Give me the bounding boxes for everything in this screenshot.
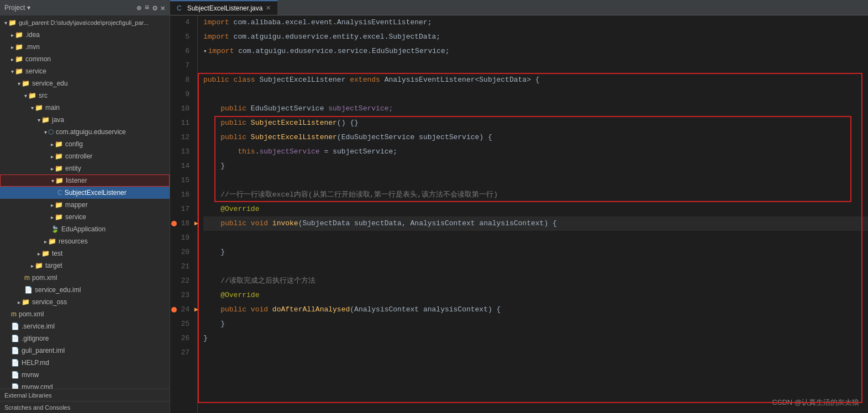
close-sidebar-icon[interactable]: ✕ [161,3,165,13]
tree-item-target[interactable]: ▸ 📁 target [0,260,170,272]
folder-icon: 📁 [15,43,23,51]
tree-label: SubjectExcelListener [65,189,127,197]
locate-icon[interactable]: ⊕ [136,3,141,13]
tree-item-help[interactable]: 📄 HELP.md [0,357,170,369]
settings-icon[interactable]: ⚙ [152,3,157,13]
tree-item-service[interactable]: ▾ 📁 service [0,65,170,77]
tree-label: test [52,250,62,257]
tree-item-idea[interactable]: ▸ 📁 .idea [0,29,170,41]
tree-item-main[interactable]: ▾ 📁 main [0,102,170,114]
md-icon: 📄 [11,359,19,367]
tree-label: src [39,92,48,99]
tree-item-service-iml[interactable]: 📄 .service.iml [0,320,170,332]
tree-item-pom-edu[interactable]: m pom.xml [0,272,170,284]
folder-icon: 📁 [22,80,30,87]
code-token: , [402,216,411,231]
line-num-14: 14 [170,159,193,173]
tree-label: EduApplication [61,225,106,233]
code-token: ( [337,130,341,145]
code-line-12: public SubjectExcelListener(EduSubjectSe… [203,130,868,145]
tab-subject-excel-listener[interactable]: C SubjectExcelListener.java ✕ [170,1,278,15]
tree-item-subject-excel-listener[interactable]: C SubjectExcelListener [0,187,170,199]
line-num-23: 23 [170,288,193,303]
code-line-26: } [203,331,868,346]
project-title[interactable]: Project ▾ [4,4,30,12]
arrow-icon: ▾ [44,129,47,135]
sidebar: Project ▾ ⊕ ≡ ⚙ ✕ ▾ 📁 guli_parent D:\stu… [0,0,170,413]
tree-item-controller[interactable]: ▸ 📁 controller [0,150,170,162]
scratches-consoles-item[interactable]: Scratches and Consoles [0,401,75,413]
tree-item-resources[interactable]: ▸ 📁 resources [0,235,170,247]
tree-item-mvnw-cmd[interactable]: 📄 mvnw.cmd [0,381,170,389]
debug-breakpoint-24[interactable] [171,307,177,313]
folder-icon: 📁 [48,237,56,245]
tree-label: config [65,140,83,148]
tree-item-src[interactable]: ▾ 📁 src [0,89,170,102]
code-token: EduSubjectService [341,130,419,145]
tree-item-guli-parent-iml[interactable]: 📄 guli_parent.iml [0,345,170,357]
scratches-consoles-label: Scratches and Consoles [4,404,70,411]
tab-close-button[interactable]: ✕ [266,4,271,12]
code-token: () {} [337,116,359,130]
code-token: class [234,73,260,87]
external-libraries-item[interactable]: External Libraries [0,389,56,401]
line-num-12: 12 [170,130,193,145]
xml-icon: m [24,274,30,282]
code-token: void [251,216,272,231]
code-token: < [475,73,480,87]
collapse-icon[interactable]: ≡ [145,3,149,12]
code-token: SubjectExcelListener [251,130,337,145]
tree-label: com.atguigu.eduservice [56,128,126,136]
fold-icon: ▾ [203,44,207,59]
code-token: AnalysisContext [354,303,423,317]
xml-icon: m [11,310,17,318]
tree-item-mapper[interactable]: ▸ 📁 mapper [0,199,170,211]
java-file-icon: C [57,189,62,197]
tree-item-package[interactable]: ▾ ⬡ com.atguigu.eduservice [0,126,170,138]
tree-item-entity[interactable]: ▸ 📁 entity [0,162,170,174]
code-line-15 [203,173,868,188]
tree-item-guli-parent[interactable]: ▾ 📁 guli_parent D:\study\java\code\proje… [0,17,170,29]
tree-item-service-edu[interactable]: ▾ 📁 service_edu [0,77,170,89]
tree-label: HELP.md [22,359,49,367]
tree-item-service-edu-iml[interactable]: 📄 service_edu.iml [0,284,170,296]
tree-item-config[interactable]: ▸ 📁 config [0,138,170,150]
code-token: AnalysisContext [411,216,480,231]
code-token [203,145,238,159]
folder-icon: 📁 [41,250,50,257]
code-token: = subjectService; [320,145,397,159]
tree-item-java[interactable]: ▾ 📁 java [0,114,170,126]
tree-item-pom-root[interactable]: m pom.xml [0,308,170,320]
debug-breakpoint-18[interactable] [171,221,177,226]
folder-icon: 📁 [35,262,43,269]
iml-icon: 📄 [11,322,19,330]
tree-label: .mvn [25,43,40,51]
code-token: @Override [220,288,259,303]
code-token: } [203,159,225,173]
folder-icon: 📁 [55,140,63,148]
code-token: //读取完成之后执行这个方法 [203,274,315,288]
tree-item-mvn[interactable]: ▸ 📁 .mvn [0,41,170,53]
tree-item-mvnw[interactable]: 📄 mvnw [0,369,170,381]
tree-item-edu-application[interactable]: 🍃 EduApplication [0,223,170,235]
code-content[interactable]: import com.alibaba.excel.event.AnalysisE… [198,15,868,413]
code-token: analysisContext [479,216,544,231]
tree-label: target [45,262,62,269]
code-line-7 [203,59,868,73]
iml-icon: 📄 [24,286,33,294]
code-token: public [203,73,234,87]
arrow-icon: ▸ [38,251,40,257]
tree-item-listener[interactable]: ▾ 📁 listener [0,174,170,187]
code-token: ) { [488,303,501,317]
code-token [203,288,220,303]
tree-item-gitignore[interactable]: 📄 .gitignore [0,332,170,345]
file-icon: 📄 [11,383,19,389]
tree-item-test[interactable]: ▸ 📁 test [0,247,170,260]
code-token: com.alibaba.excel.event.AnalysisEventLis… [234,15,432,30]
tree-label: listener [66,177,87,184]
external-libraries-label: External Libraries [4,392,52,399]
tree-item-common[interactable]: ▸ 📁 common [0,53,170,65]
tree-item-service-oss[interactable]: ▸ 📁 service_oss [0,296,170,308]
tree-item-service-folder[interactable]: ▸ 📁 service [0,211,170,223]
dropdown-icon[interactable]: ▾ [27,4,30,12]
